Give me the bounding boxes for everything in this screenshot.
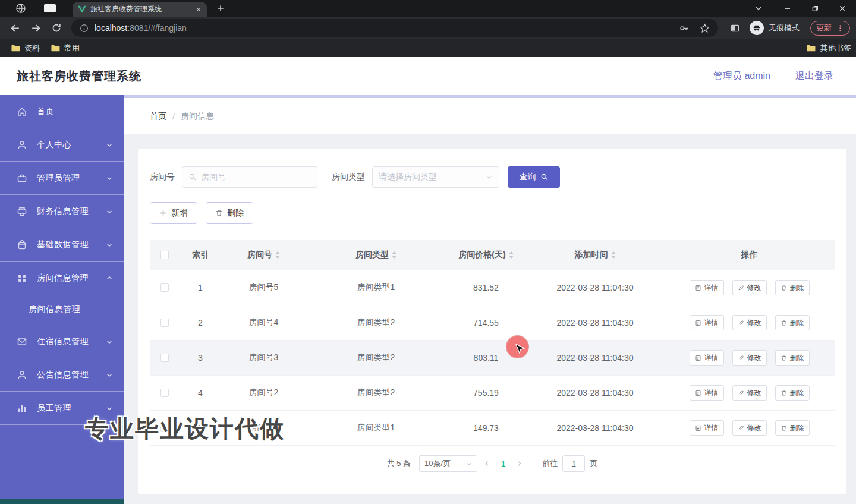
search-button[interactable]: 查询 bbox=[508, 166, 560, 188]
sort-caret[interactable] bbox=[392, 251, 396, 259]
detail-button[interactable]: 详情 bbox=[690, 420, 724, 436]
breadcrumb-home[interactable]: 首页 bbox=[150, 111, 166, 122]
sidebar-item-personal-center[interactable]: 个人中心 bbox=[0, 128, 124, 161]
detail-button[interactable]: 详情 bbox=[690, 350, 724, 366]
document-icon bbox=[695, 320, 701, 326]
detail-button[interactable]: 详情 bbox=[690, 385, 724, 401]
admin-user-link[interactable]: 管理员 admin bbox=[713, 70, 770, 83]
cell-index: 2 bbox=[180, 318, 221, 327]
trash-icon bbox=[781, 285, 787, 291]
forward-button[interactable] bbox=[30, 23, 42, 34]
tab-search-icon[interactable] bbox=[747, 0, 770, 17]
bar-chart-icon bbox=[17, 403, 27, 414]
sidebar-item-lodging-info-mgmt[interactable]: 住宿信息管理 bbox=[0, 325, 124, 358]
browser-menu-icon[interactable] bbox=[836, 24, 844, 32]
side-panel-icon[interactable] bbox=[730, 23, 740, 33]
sidebar-item-base-data-mgmt[interactable]: 基础数据管理 bbox=[0, 228, 124, 261]
screen: 旅社客房收费管理系统 bbox=[0, 0, 856, 504]
back-button[interactable] bbox=[10, 23, 21, 34]
watermark-text: 专业毕业设计代做 bbox=[85, 412, 285, 445]
select-all-checkbox[interactable] bbox=[160, 251, 169, 259]
delete-button[interactable]: 删除 bbox=[206, 202, 253, 224]
bookmark-star-icon[interactable] bbox=[700, 23, 710, 33]
breadcrumb-separator: / bbox=[172, 112, 175, 121]
mouse-cursor-icon bbox=[515, 344, 525, 355]
row-checkbox[interactable] bbox=[160, 319, 169, 327]
room-type-label: 房间类型 bbox=[332, 172, 365, 182]
detail-button[interactable]: 详情 bbox=[690, 280, 724, 295]
delete-row-button[interactable]: 删除 bbox=[775, 385, 810, 401]
logout-link[interactable]: 退出登录 bbox=[795, 70, 833, 83]
delete-row-button[interactable]: 删除 bbox=[775, 350, 810, 366]
row-checkbox[interactable] bbox=[160, 389, 169, 397]
sort-caret[interactable] bbox=[611, 251, 616, 259]
sidebar-item-notice-info-mgmt[interactable]: 公告信息管理 bbox=[0, 358, 124, 391]
cell-room-type: 房间类型2 bbox=[306, 388, 446, 398]
new-tab-button[interactable] bbox=[216, 4, 225, 12]
tab-close-icon[interactable] bbox=[196, 7, 202, 12]
detail-label: 详情 bbox=[704, 388, 719, 398]
bookmark-folder-zl[interactable]: 资料 bbox=[11, 43, 40, 53]
page-size-select[interactable]: 10条/页 bbox=[419, 455, 477, 472]
chevron-down-icon bbox=[106, 338, 113, 345]
row-checkbox[interactable] bbox=[160, 354, 169, 362]
document-icon bbox=[695, 355, 701, 361]
edit-label: 修改 bbox=[747, 318, 761, 328]
filter-row: 房间号 房间类型 请选择房间类型 查询 bbox=[150, 166, 835, 188]
other-bookmarks[interactable]: 其他书签 bbox=[795, 43, 851, 53]
current-page[interactable]: 1 bbox=[501, 459, 505, 468]
edit-label: 修改 bbox=[747, 423, 761, 433]
chevron-down-icon bbox=[486, 174, 493, 181]
goto-page-input[interactable] bbox=[562, 455, 585, 472]
restore-button[interactable] bbox=[801, 0, 829, 17]
room-type-select[interactable]: 请选择房间类型 bbox=[372, 166, 499, 188]
trash-icon bbox=[781, 390, 787, 396]
edit-button[interactable]: 修改 bbox=[732, 420, 767, 436]
prev-page-button[interactable] bbox=[483, 460, 490, 467]
sidebar-subitem-room-info-mgmt[interactable]: 房间信息管理 bbox=[0, 294, 124, 325]
sidebar-item-finance-mgmt[interactable]: 财务信息管理 bbox=[0, 195, 124, 228]
address-bar[interactable]: localhost:8081/#/fangjian bbox=[71, 19, 718, 37]
bookmark-folder-cy[interactable]: 常用 bbox=[51, 43, 80, 53]
col-room-type: 房间类型 bbox=[306, 250, 446, 260]
cell-room-type: 房间类型1 bbox=[306, 282, 446, 293]
sidebar-item-admin-mgmt[interactable]: 管理员管理 bbox=[0, 162, 124, 194]
edit-button[interactable]: 修改 bbox=[732, 280, 767, 295]
sort-caret[interactable] bbox=[275, 251, 280, 259]
delete-label: 删除 bbox=[790, 423, 804, 433]
minimize-button[interactable] bbox=[774, 0, 801, 17]
bookmark-label: 资料 bbox=[24, 43, 40, 53]
mail-icon bbox=[17, 336, 27, 347]
pinned-tab-favicon[interactable] bbox=[44, 4, 56, 12]
delete-row-button[interactable]: 删除 bbox=[775, 280, 810, 295]
pencil-icon bbox=[738, 285, 744, 291]
sidebar-item-room-info-mgmt[interactable]: 房间信息管理 bbox=[0, 262, 124, 294]
row-checkbox[interactable] bbox=[160, 284, 169, 292]
delete-row-button[interactable]: 删除 bbox=[775, 315, 810, 330]
trash-icon bbox=[781, 320, 787, 326]
edit-button[interactable]: 修改 bbox=[732, 315, 767, 330]
detail-button[interactable]: 详情 bbox=[690, 315, 724, 330]
edit-button[interactable]: 修改 bbox=[732, 350, 767, 366]
browser-profile-icon[interactable] bbox=[15, 3, 26, 14]
next-page-button[interactable] bbox=[516, 460, 523, 467]
detail-label: 详情 bbox=[704, 353, 719, 363]
delete-row-button[interactable]: 删除 bbox=[775, 420, 810, 436]
browser-update-button[interactable]: 更新 bbox=[810, 21, 850, 36]
room-no-input[interactable] bbox=[201, 172, 311, 182]
password-key-icon[interactable] bbox=[679, 23, 689, 33]
reload-button[interactable] bbox=[51, 23, 62, 33]
chevron-down-icon bbox=[106, 405, 113, 412]
cell-added: 2022-03-28 11:04:30 bbox=[526, 353, 664, 363]
sidebar-item-home[interactable]: 首页 bbox=[0, 95, 124, 128]
col-added: 添加时间 bbox=[526, 250, 664, 260]
table-row: 1 房间号5 房间类型1 831.52 2022-03-28 11:04:30 … bbox=[150, 270, 835, 305]
col-label: 房间类型 bbox=[355, 250, 389, 260]
delete-label: 删除 bbox=[790, 388, 804, 398]
edit-button[interactable]: 修改 bbox=[732, 385, 767, 401]
sort-caret[interactable] bbox=[509, 251, 514, 259]
browser-tab[interactable]: 旅社客房收费管理系统 bbox=[73, 2, 207, 17]
site-info-icon[interactable] bbox=[80, 24, 89, 33]
add-button[interactable]: 新增 bbox=[150, 202, 197, 224]
close-window-button[interactable] bbox=[829, 0, 856, 17]
